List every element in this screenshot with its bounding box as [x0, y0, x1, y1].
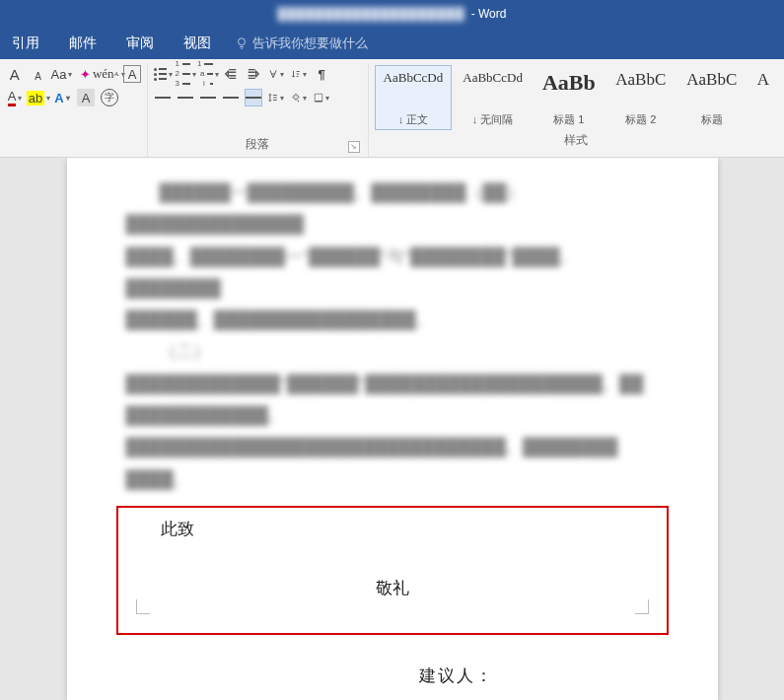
closing-line-2: 敬礼: [136, 573, 649, 604]
tab-references[interactable]: 引用: [6, 31, 45, 56]
ribbon: A A Aa ✦ wénA A A ab A A 字 123 1ai: [0, 59, 784, 158]
increase-indent-button[interactable]: [245, 65, 262, 83]
borders-button[interactable]: [313, 89, 330, 106]
style-title[interactable]: AaBbC 标题: [677, 65, 747, 130]
highlight-button[interactable]: ab: [30, 89, 47, 106]
date-label: 日 期：: [126, 696, 659, 700]
crop-mark-br: [627, 599, 649, 621]
tell-me-search[interactable]: 告诉我你想要做什么: [235, 35, 368, 52]
multilevel-list-button[interactable]: 1ai: [199, 65, 217, 83]
tab-mailings[interactable]: 邮件: [63, 31, 103, 56]
numbering-button[interactable]: 123: [177, 65, 194, 83]
signer-label: 建议人：: [126, 661, 659, 692]
tell-me-label: 告诉我你想要做什么: [252, 35, 368, 52]
font-group: A A Aa ✦ wénA A A ab A A 字: [0, 63, 148, 157]
style-heading1[interactable]: AaBb 标题 1: [534, 65, 605, 130]
doc-title-blurred: ████████████████████: [278, 7, 465, 21]
style-no-spacing[interactable]: AaBbCcDd ↓ 无间隔: [454, 65, 532, 130]
phonetic-guide-button[interactable]: wénA: [100, 65, 117, 83]
svg-rect-1: [315, 94, 322, 102]
align-justify-button[interactable]: [222, 89, 240, 106]
style-normal[interactable]: AaBbCcDd ↓ 正文: [375, 65, 453, 130]
style-heading2[interactable]: AaBbC 标题 2: [606, 65, 676, 130]
page[interactable]: ██████一█████████。████████（██）███████████…: [67, 158, 718, 700]
app-name: - Word: [471, 7, 507, 21]
document-area[interactable]: ██████一█████████。████████（██）███████████…: [0, 158, 784, 700]
font-group-label: [6, 137, 141, 155]
highlighted-closing-box: 此致 敬礼: [116, 506, 669, 635]
align-center-button[interactable]: [177, 89, 194, 106]
shrink-font-button[interactable]: A: [30, 67, 47, 85]
style-more[interactable]: A: [748, 65, 778, 130]
paragraph-dialog-launcher[interactable]: ↘: [348, 141, 360, 153]
paragraph-group: 123 1ai ¶ 段落 ↘: [148, 63, 369, 157]
svg-point-0: [239, 38, 246, 45]
sort-button[interactable]: [290, 65, 308, 83]
line-spacing-button[interactable]: [267, 89, 285, 106]
font-color-button[interactable]: A: [6, 89, 24, 106]
ribbon-tabs: 引用 邮件 审阅 视图 告诉我你想要做什么: [0, 28, 784, 59]
text-effects-button[interactable]: A: [53, 89, 71, 106]
tab-review[interactable]: 审阅: [120, 31, 160, 56]
grow-font-button[interactable]: A: [6, 65, 24, 83]
closing-line-1: 此致: [136, 514, 649, 545]
decrease-indent-button[interactable]: [222, 65, 240, 83]
change-case-button[interactable]: Aa: [53, 65, 71, 83]
align-left-button[interactable]: [154, 89, 172, 106]
enclose-characters-button[interactable]: 字: [101, 89, 118, 106]
styles-gallery[interactable]: AaBbCcDd ↓ 正文 AaBbCcDd ↓ 无间隔 AaBb 标题 1 A…: [375, 65, 778, 130]
asian-layout-button[interactable]: [267, 65, 285, 83]
title-bar: ████████████████████ - Word: [0, 0, 784, 28]
blurred-body-text: ██████一█████████。████████（██）███████████…: [126, 177, 659, 496]
show-marks-button[interactable]: ¶: [313, 65, 330, 83]
shading-button[interactable]: [290, 89, 308, 106]
styles-group: AaBbCcDd ↓ 正文 AaBbCcDd ↓ 无间隔 AaBb 标题 1 A…: [369, 63, 784, 157]
bullets-button[interactable]: [154, 65, 172, 83]
crop-mark-bl: [136, 599, 158, 621]
character-border-button[interactable]: A: [123, 65, 141, 83]
styles-group-label: 样式: [375, 130, 778, 151]
tab-view[interactable]: 视图: [178, 31, 217, 56]
character-shading-button[interactable]: A: [77, 89, 95, 106]
signature-block: 建议人： 日 期：: [126, 661, 659, 700]
align-distributed-button[interactable]: [245, 89, 262, 106]
lightbulb-icon: [235, 36, 249, 50]
align-right-button[interactable]: [199, 89, 217, 106]
paragraph-group-label: 段落 ↘: [154, 134, 362, 155]
clear-formatting-button[interactable]: ✦: [77, 65, 95, 83]
